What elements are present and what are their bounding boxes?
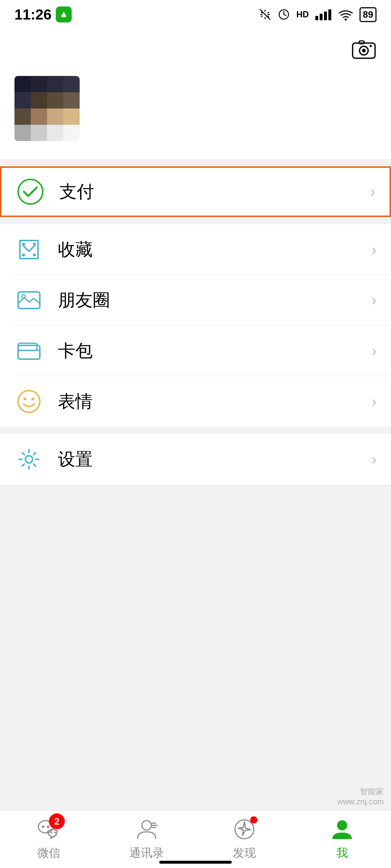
signal-icon — [315, 8, 332, 21]
svg-point-13 — [370, 45, 372, 47]
battery-indicator: 89 — [360, 7, 377, 22]
svg-point-16 — [33, 243, 36, 246]
svg-point-20 — [22, 295, 25, 298]
svg-point-33 — [142, 821, 151, 830]
settings-arrow: › — [372, 451, 377, 468]
discover-tab-label: 发现 — [233, 845, 256, 861]
avatar-mosaic — [14, 76, 80, 141]
menu-item-settings[interactable]: 设置 › — [0, 434, 391, 485]
emoji-icon — [14, 387, 43, 416]
tab-bar: 2 微信 通讯录 发现 — [0, 810, 391, 868]
svg-point-26 — [31, 397, 34, 400]
section-divider-3 — [0, 427, 391, 434]
emoji-arrow: › — [372, 393, 377, 410]
svg-point-18 — [33, 254, 36, 256]
svg-point-27 — [25, 456, 33, 463]
status-icons: HD 89 — [258, 7, 377, 22]
avatar[interactable] — [14, 76, 80, 141]
svg-point-31 — [51, 832, 52, 834]
svg-rect-4 — [315, 16, 318, 20]
svg-point-29 — [42, 826, 45, 828]
svg-point-11 — [362, 49, 366, 52]
watermark: 智能家 www.znj.com — [337, 786, 384, 807]
section-divider-1 — [0, 159, 391, 166]
status-bar: 11:26 HD — [0, 0, 391, 29]
svg-rect-6 — [324, 12, 327, 20]
menu-item-emoji[interactable]: 表情 › — [0, 376, 391, 427]
tab-wechat[interactable]: 2 微信 — [0, 816, 98, 861]
menu-section-main: 收藏 › 朋友圈 › 卡包 › — [0, 224, 391, 427]
contacts-tab-label: 通讯录 — [129, 845, 164, 861]
settings-label: 设置 — [58, 448, 372, 471]
svg-point-32 — [54, 832, 56, 834]
bottom-indicator — [159, 861, 232, 864]
menu-section-settings: 设置 › — [0, 434, 391, 485]
svg-rect-12 — [359, 41, 364, 44]
payment-label: 支付 — [59, 180, 370, 203]
svg-point-38 — [337, 820, 347, 830]
cardpack-arrow: › — [372, 343, 377, 359]
hd-label: HD — [296, 9, 309, 20]
favorites-arrow: › — [372, 242, 377, 258]
menu-item-favorites[interactable]: 收藏 › — [0, 224, 391, 275]
svg-rect-22 — [18, 343, 37, 350]
svg-point-17 — [22, 254, 25, 256]
clock-icon — [277, 8, 290, 21]
lark-icon — [56, 7, 72, 22]
emoji-label: 表情 — [58, 390, 372, 413]
svg-point-24 — [18, 391, 40, 412]
tab-me[interactable]: 我 — [293, 816, 391, 861]
contacts-tab-icon — [134, 816, 160, 842]
me-tab-icon — [329, 816, 355, 842]
svg-rect-7 — [328, 9, 331, 20]
wechat-tab-label: 微信 — [37, 845, 60, 861]
cardpack-label: 卡包 — [58, 339, 372, 362]
section-divider-2 — [0, 217, 391, 224]
me-tab-label: 我 — [336, 845, 348, 861]
menu-item-moments[interactable]: 朋友圈 › — [0, 275, 391, 326]
top-area — [0, 29, 391, 72]
svg-rect-5 — [320, 14, 323, 20]
menu-item-payment[interactable]: 支付 › — [0, 166, 391, 217]
gray-fill — [0, 485, 391, 738]
payment-icon — [16, 177, 45, 206]
payment-arrow: › — [370, 184, 375, 200]
svg-line-3 — [284, 14, 286, 16]
status-time: 11:26 — [14, 7, 72, 23]
favorites-icon — [14, 235, 43, 264]
mute-icon — [258, 8, 272, 21]
svg-point-8 — [345, 18, 347, 21]
wechat-badge: 2 — [49, 813, 65, 829]
tab-discover[interactable]: 发现 — [196, 816, 293, 861]
settings-icon — [14, 445, 43, 474]
menu-section-payment: 支付 › — [0, 166, 391, 217]
moments-arrow: › — [372, 292, 377, 309]
cardpack-icon — [14, 336, 43, 365]
tab-contacts[interactable]: 通讯录 — [98, 816, 196, 861]
wechat-tab-icon: 2 — [36, 816, 62, 842]
menu-item-cardpack[interactable]: 卡包 › — [0, 326, 391, 376]
favorites-label: 收藏 — [58, 238, 372, 261]
moments-icon — [14, 286, 43, 315]
discover-dot — [250, 816, 257, 824]
svg-point-15 — [22, 243, 25, 246]
svg-point-14 — [18, 179, 43, 204]
avatar-area — [0, 72, 391, 159]
svg-point-25 — [24, 397, 26, 400]
discover-tab-icon — [231, 816, 257, 842]
svg-point-30 — [47, 826, 50, 828]
wifi-icon — [338, 8, 354, 21]
camera-button[interactable] — [351, 36, 377, 61]
moments-label: 朋友圈 — [58, 289, 372, 312]
